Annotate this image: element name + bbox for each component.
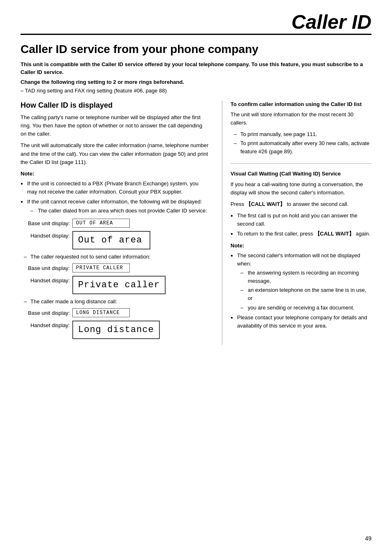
base-display-label: Base unit display: [21, 219, 70, 226]
base-display-value-private: PRIVATE CALLER [72, 263, 130, 272]
sub-bullet-1: The caller dialed from an area which doe… [30, 207, 210, 215]
base-display-row-out-of-area: Base unit display: OUT OF AREA [21, 219, 210, 228]
display-group-private-caller: Base unit display: PRIVATE CALLER Handse… [21, 263, 210, 294]
base-display-value-out-of-area: OUT OF AREA [72, 219, 130, 228]
handset-display-label-ld: Handset display: [21, 321, 70, 328]
main-heading: Caller ID service from your phone compan… [21, 42, 371, 56]
cw-note-label: Note: [231, 242, 371, 250]
confirm-caller-para: The unit will store information for the … [231, 111, 371, 127]
right-column: To confirm caller information using the … [222, 101, 371, 345]
header-bar: Caller ID [21, 12, 371, 35]
cw-note-bullet-2: Please contact your telephone company fo… [231, 314, 371, 330]
two-column-layout: How Caller ID is displayed The calling p… [21, 101, 371, 345]
dash-item-long-distance: The caller made a long distance call: [24, 298, 210, 306]
intro-bold: This unit is compatible with the Caller … [21, 60, 371, 76]
confirm-caller-items: To print manually, see page 111. To prin… [234, 130, 371, 156]
handset-display-label-private: Handset display: [21, 276, 70, 284]
handset-display-value-ld: Long distance [72, 321, 160, 339]
left-column: How Caller ID is displayed The calling p… [21, 101, 210, 345]
page: Caller ID Caller ID service from your ph… [0, 0, 392, 554]
left-para2: The unit will automatically store the ca… [21, 141, 210, 166]
right-section-confirm-caller: To confirm caller information using the … [231, 101, 371, 164]
note-label: Note: [21, 170, 210, 178]
cw-sub-2: an extension telephone on the same line … [240, 286, 371, 302]
display-group-long-distance: Base unit display: LONG DISTANCE Handset… [21, 308, 210, 339]
cw-sub-bullets: the answering system is recording an inc… [240, 269, 371, 312]
page-number: 49 [365, 535, 371, 542]
handset-display-row-private: Handset display: Private caller [21, 276, 210, 294]
intro-normal: – TAD ring setting and FAX ring setting … [21, 87, 371, 95]
cw-bullet-1: The first call is put on hold and you ca… [231, 212, 371, 228]
call-waiting-bullets: The first call is put on hold and you ca… [231, 212, 371, 238]
cw-sub-1: the answering system is recording an inc… [240, 269, 371, 285]
base-display-row-long-distance: Base unit display: LONG DISTANCE [21, 308, 210, 317]
call-waiting-press: Press 【CALL WAIT】 to answer the second c… [231, 200, 371, 208]
base-display-value-ld: LONG DISTANCE [72, 308, 130, 317]
handset-display-value-private: Private caller [72, 276, 166, 294]
right-section-call-waiting: Visual Call Waiting (Call Waiting ID) Se… [231, 170, 371, 338]
display-group-out-of-area: Base unit display: OUT OF AREA Handset d… [21, 219, 210, 249]
cw-note-bullet-1: The second caller's information will not… [231, 252, 371, 312]
note-bullet-1: If the unit is connected to a PBX (Priva… [21, 180, 210, 196]
cw-sub-3: you are sending or receiving a fax docum… [240, 304, 371, 312]
confirm-item-1: To print manually, see page 111. [234, 130, 371, 138]
note-bullet-list: If the unit is connected to a PBX (Priva… [21, 180, 210, 215]
base-display-row-private: Base unit display: PRIVATE CALLER [21, 263, 210, 272]
dash-list-private: The caller requested not to send caller … [24, 253, 210, 261]
dash-list-long-distance: The caller made a long distance call: [24, 298, 210, 306]
base-display-label-ld: Base unit display: [21, 308, 70, 316]
confirm-caller-heading: To confirm caller information using the … [231, 101, 371, 108]
cw-note-bullets: The second caller's information will not… [231, 252, 371, 330]
handset-display-label: Handset display: [21, 231, 70, 239]
note-bullet-2: If the unit cannot receive caller inform… [21, 198, 210, 215]
handset-display-value-out-of-area: Out of area [72, 231, 150, 249]
dash-item-private: The caller requested not to send caller … [24, 253, 210, 261]
cw-bullet-2: To return to the first caller, press 【CA… [231, 230, 371, 238]
base-display-label-private: Base unit display: [21, 263, 70, 271]
sub-bullet-list: The caller dialed from an area which doe… [30, 207, 210, 215]
intro-bold2: Change the following ring setting to 2 o… [21, 78, 371, 86]
call-waiting-para: If you hear a call-waiting tone during a… [231, 180, 371, 197]
left-section-heading: How Caller ID is displayed [21, 101, 210, 110]
handset-display-row-out-of-area: Handset display: Out of area [21, 231, 210, 249]
handset-display-row-ld: Handset display: Long distance [21, 321, 210, 339]
left-para1: The calling party's name or telephone nu… [21, 113, 210, 138]
confirm-item-2: To print automatically after every 30 ne… [234, 139, 371, 156]
page-title: Caller ID [291, 12, 371, 32]
call-waiting-heading: Visual Call Waiting (Call Waiting ID) Se… [231, 170, 371, 178]
